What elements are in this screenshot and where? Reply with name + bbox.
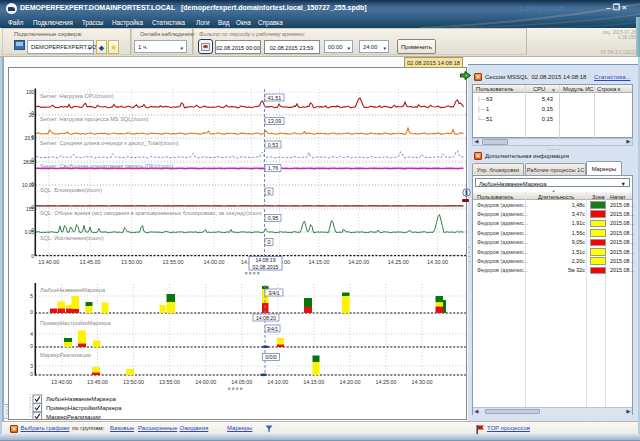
svg-text:0: 0 bbox=[30, 344, 33, 349]
svg-text:0: 0 bbox=[31, 158, 34, 163]
svg-text:0,95: 0,95 bbox=[268, 215, 279, 221]
svg-text:3: 3 bbox=[30, 364, 33, 369]
svg-text:0: 0 bbox=[31, 182, 34, 187]
svg-text:100: 100 bbox=[26, 90, 34, 95]
svg-text:3/4/1: 3/4/1 bbox=[268, 290, 280, 296]
svg-text:14.25.00: 14.25.00 bbox=[388, 259, 409, 265]
svg-text:13.50.00: 13.50.00 bbox=[121, 259, 142, 265]
svg-text:ЛюбоеНазваниеМаркера: ЛюбоеНазваниеМаркера bbox=[40, 287, 106, 293]
svg-text:14:20:00: 14:20:00 bbox=[339, 379, 360, 385]
svg-text:14:10:00: 14:10:00 bbox=[267, 379, 288, 385]
svg-text:0: 0 bbox=[30, 372, 33, 377]
svg-text:3/4/1: 3/4/1 bbox=[267, 326, 279, 332]
svg-text:МаркерРеализации: МаркерРеализации bbox=[46, 414, 101, 419]
svg-text:14.20.00: 14.20.00 bbox=[348, 259, 369, 265]
svg-text:1,76: 1,76 bbox=[268, 165, 279, 171]
svg-text:Server: Нагрузка процесса MS S: Server: Нагрузка процесса MS SQL(zoom) bbox=[40, 116, 149, 122]
svg-text:4: 4 bbox=[30, 332, 33, 337]
svg-text:14:05:00: 14:05:00 bbox=[231, 379, 252, 385]
svg-text:14:00:00: 14:00:00 bbox=[195, 379, 216, 385]
svg-text:41,51: 41,51 bbox=[268, 95, 282, 101]
svg-text:ПримерНастройкиМаркера: ПримерНастройкиМаркера bbox=[46, 405, 122, 411]
svg-text:SQL: Блокировки(zoom): SQL: Блокировки(zoom) bbox=[40, 187, 102, 193]
svg-text:0: 0 bbox=[31, 254, 34, 259]
svg-text:13,09: 13,09 bbox=[268, 118, 282, 124]
svg-text:14:30:00: 14:30:00 bbox=[412, 379, 433, 385]
svg-text:14:15:00: 14:15:00 bbox=[303, 379, 324, 385]
svg-text:МаркерРеализации: МаркерРеализации bbox=[40, 352, 91, 358]
svg-text:14.30.00: 14.30.00 bbox=[427, 259, 448, 265]
svg-text:0: 0 bbox=[31, 135, 34, 140]
svg-text:0: 0 bbox=[31, 205, 34, 210]
svg-text:13:45:00: 13:45:00 bbox=[87, 379, 108, 385]
svg-text:SQL: Общее время (мс) ожидания: SQL: Общее время (мс) ожидания в кратков… bbox=[40, 210, 262, 216]
svg-text:14:08:20: 14:08:20 bbox=[256, 315, 276, 321]
svg-text:Server: Нагрузка CPU(zoom): Server: Нагрузка CPU(zoom) bbox=[40, 93, 114, 99]
svg-text:ПримерНастройкиМаркера: ПримерНастройкиМаркера bbox=[40, 320, 111, 326]
svg-text:13.55.00: 13.55.00 bbox=[162, 259, 183, 265]
svg-text:0,53: 0,53 bbox=[268, 142, 279, 148]
svg-text:0: 0 bbox=[268, 239, 271, 245]
svg-text:14.15.00: 14.15.00 bbox=[309, 259, 330, 265]
svg-text:0: 0 bbox=[31, 111, 34, 116]
svg-text:14:25:00: 14:25:00 bbox=[375, 379, 396, 385]
svg-text:02.08.2015: 02.08.2015 bbox=[253, 264, 279, 270]
svg-text:0/0/0: 0/0/0 bbox=[265, 354, 277, 360]
svg-text:13:40:00: 13:40:00 bbox=[51, 379, 72, 385]
svg-text:0: 0 bbox=[268, 189, 271, 195]
svg-text:ЛюбоеНазваниеМаркера: ЛюбоеНазваниеМаркера bbox=[46, 396, 116, 402]
svg-text:13:50:00: 13:50:00 bbox=[123, 379, 144, 385]
svg-text:13:55:00: 13:55:00 bbox=[159, 379, 180, 385]
svg-text:13.45.00: 13.45.00 bbox=[79, 259, 100, 265]
svg-text:Server: Свободная оперативная: Server: Свободная оперативная память (ПК… bbox=[40, 163, 173, 169]
svg-text:14.00.00: 14.00.00 bbox=[204, 259, 225, 265]
svg-text:Server: Средняя длина очереди: Server: Средняя длина очереди к диску(_T… bbox=[40, 140, 179, 146]
svg-text:13.40.00: 13.40.00 bbox=[38, 259, 59, 265]
svg-text:5: 5 bbox=[30, 294, 33, 299]
svg-text:0: 0 bbox=[30, 310, 33, 315]
svg-text:0: 0 bbox=[31, 228, 34, 233]
svg-text:SQL: Исключения(zoom): SQL: Исключения(zoom) bbox=[40, 235, 104, 241]
svg-text:14:08:19: 14:08:19 bbox=[255, 257, 275, 263]
